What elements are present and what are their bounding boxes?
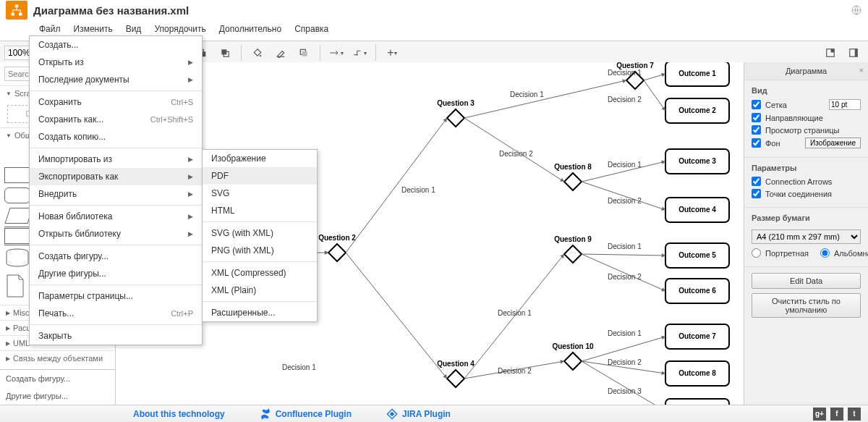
paper-size-select[interactable]: A4 (210 mm x 297 mm) bbox=[752, 229, 861, 244]
file-menu-item[interactable]: Создать... bbox=[30, 36, 202, 54]
googleplus-icon[interactable]: g+ bbox=[813, 408, 826, 421]
connection-button[interactable]: ▾ bbox=[326, 43, 346, 62]
file-menu-item[interactable]: Открыть библиотеку▶ bbox=[30, 225, 202, 242]
file-menu-item[interactable]: Другие фигуры... bbox=[30, 265, 202, 282]
export-menu-item[interactable]: HTML bbox=[203, 202, 317, 219]
menu-edit[interactable]: Изменить bbox=[68, 22, 119, 36]
fill-button[interactable] bbox=[247, 43, 268, 62]
outcome-node[interactable] bbox=[665, 399, 729, 405]
file-menu-item[interactable]: Внедрить▶ bbox=[30, 185, 202, 203]
question-node[interactable] bbox=[447, 370, 464, 387]
file-menu-item[interactable]: Открыть из▶ bbox=[30, 54, 202, 71]
question-node[interactable] bbox=[564, 245, 582, 263]
svg-rect-0 bbox=[15, 5, 19, 8]
file-menu-item[interactable]: Импортировать из▶ bbox=[30, 151, 202, 168]
svg-text:Decision 3: Decision 3 bbox=[608, 387, 642, 395]
question-node[interactable] bbox=[328, 244, 346, 261]
svg-rect-1 bbox=[12, 13, 15, 16]
about-link[interactable]: About this technology bbox=[116, 409, 242, 419]
menu-arrange[interactable]: Упорядочить bbox=[148, 22, 211, 36]
export-menu-item[interactable]: XML (Compressed) bbox=[203, 264, 317, 282]
pageview-checkbox[interactable] bbox=[752, 125, 761, 135]
document-title[interactable]: Диаграмма без названия.xml bbox=[33, 4, 189, 17]
file-menu-item[interactable]: Экспортировать как▶ bbox=[30, 168, 202, 185]
waypoint-button[interactable]: ▾ bbox=[349, 43, 370, 62]
shape-rect-empty[interactable] bbox=[4, 147, 30, 163]
question-node[interactable] bbox=[564, 173, 582, 190]
portrait-radio[interactable] bbox=[752, 248, 761, 258]
svg-text:Decision 2: Decision 2 bbox=[608, 96, 642, 104]
svg-text:Outcome 2: Outcome 2 bbox=[678, 106, 716, 114]
file-menu-item[interactable]: СохранитьCtrl+S bbox=[30, 93, 202, 111]
export-menu-item[interactable]: PDF bbox=[203, 167, 317, 185]
svg-text:Decision 1: Decision 1 bbox=[608, 161, 642, 169]
file-menu-item[interactable]: Параметры страницы... bbox=[30, 287, 202, 305]
toggle-format-button[interactable] bbox=[843, 43, 864, 62]
menu-file[interactable]: Файл bbox=[33, 22, 67, 36]
svg-text:Outcome 7: Outcome 7 bbox=[678, 332, 716, 340]
landscape-radio[interactable] bbox=[820, 248, 830, 258]
export-menu-item[interactable]: Расширенные... bbox=[203, 304, 317, 321]
svg-line-61 bbox=[582, 337, 665, 361]
file-menu-item[interactable]: Создать фигуру... bbox=[30, 248, 202, 265]
er-section[interactable]: ▶Связь между объектами bbox=[0, 350, 115, 366]
toggle-outline-button[interactable] bbox=[820, 43, 841, 62]
file-menu-item[interactable]: Новая библиотека▶ bbox=[30, 208, 202, 225]
header: Диаграмма без названия.xml bbox=[0, 0, 868, 20]
file-menu-dropdown: Создать...Открыть из▶Последние документы… bbox=[29, 35, 203, 345]
svg-text:Decision 2: Decision 2 bbox=[499, 150, 533, 158]
shape-doublerect[interactable] bbox=[4, 228, 30, 244]
shape-rect[interactable] bbox=[4, 167, 30, 183]
export-menu-item[interactable]: Изображение bbox=[203, 150, 317, 167]
bg-checkbox[interactable] bbox=[752, 138, 761, 148]
menu-help[interactable]: Справка bbox=[289, 22, 334, 36]
svg-text:Decision 2: Decision 2 bbox=[608, 197, 642, 205]
export-menu-item[interactable]: SVG (with XML) bbox=[203, 224, 317, 242]
export-menu-item[interactable]: XML (Plain) bbox=[203, 282, 317, 299]
svg-point-14 bbox=[357, 54, 358, 56]
file-menu-item[interactable]: Сохранить как...Ctrl+Shift+S bbox=[30, 111, 202, 128]
menu-extras[interactable]: Дополнительно bbox=[213, 22, 287, 36]
svg-line-55 bbox=[582, 182, 665, 210]
globe-icon[interactable] bbox=[851, 4, 862, 16]
conn-points-checkbox[interactable] bbox=[752, 189, 761, 198]
file-menu-item[interactable]: Печать...Ctrl+P bbox=[30, 305, 202, 322]
guides-checkbox[interactable] bbox=[752, 113, 761, 122]
grid-size-input[interactable] bbox=[829, 99, 861, 110]
to-back-button[interactable] bbox=[215, 43, 235, 62]
confluence-link[interactable]: Confluence Plugin bbox=[242, 408, 369, 420]
svg-text:Outcome 5: Outcome 5 bbox=[678, 251, 716, 259]
more-shapes-link[interactable]: Другие фигуры... bbox=[0, 387, 115, 405]
facebook-icon[interactable]: f bbox=[830, 408, 843, 421]
conn-arrows-checkbox[interactable] bbox=[752, 177, 761, 186]
svg-rect-16 bbox=[831, 49, 835, 53]
svg-text:Question 9: Question 9 bbox=[554, 235, 592, 243]
svg-line-38 bbox=[346, 253, 447, 379]
close-icon[interactable]: × bbox=[859, 66, 864, 75]
shape-roundrect[interactable] bbox=[4, 187, 30, 203]
jira-link[interactable]: JIRA Plugin bbox=[369, 408, 468, 420]
file-menu-item[interactable]: Последние документы▶ bbox=[30, 71, 202, 88]
edit-data-button[interactable]: Edit Data bbox=[752, 273, 861, 289]
svg-text:Outcome 8: Outcome 8 bbox=[678, 369, 716, 377]
insert-button[interactable]: +▾ bbox=[382, 43, 402, 62]
line-color-button[interactable] bbox=[271, 43, 291, 62]
create-shape-link[interactable]: Создать фигуру... bbox=[0, 370, 115, 387]
svg-text:Decision 1: Decision 1 bbox=[608, 242, 642, 250]
question-node[interactable] bbox=[564, 353, 582, 370]
export-menu-item[interactable]: PNG (with XML) bbox=[203, 242, 317, 259]
clear-style-button[interactable]: Очистить стиль по умолчанию bbox=[752, 293, 861, 318]
export-menu-item[interactable]: SVG bbox=[203, 185, 317, 202]
jira-icon bbox=[386, 408, 398, 420]
file-menu-item[interactable]: Закрыть bbox=[30, 327, 202, 345]
paper-heading: Размер бумаги bbox=[752, 214, 861, 222]
menu-view[interactable]: Вид bbox=[120, 22, 148, 36]
shadow-button[interactable] bbox=[294, 43, 314, 62]
svg-line-36 bbox=[346, 118, 447, 253]
twitter-icon[interactable]: t bbox=[848, 408, 861, 421]
file-menu-item[interactable]: Создать копию... bbox=[30, 128, 202, 145]
bg-image-button[interactable]: Изображение bbox=[805, 138, 861, 148]
grid-checkbox[interactable] bbox=[752, 100, 761, 109]
svg-text:Question 4: Question 4 bbox=[437, 360, 475, 368]
question-node[interactable] bbox=[447, 109, 464, 127]
